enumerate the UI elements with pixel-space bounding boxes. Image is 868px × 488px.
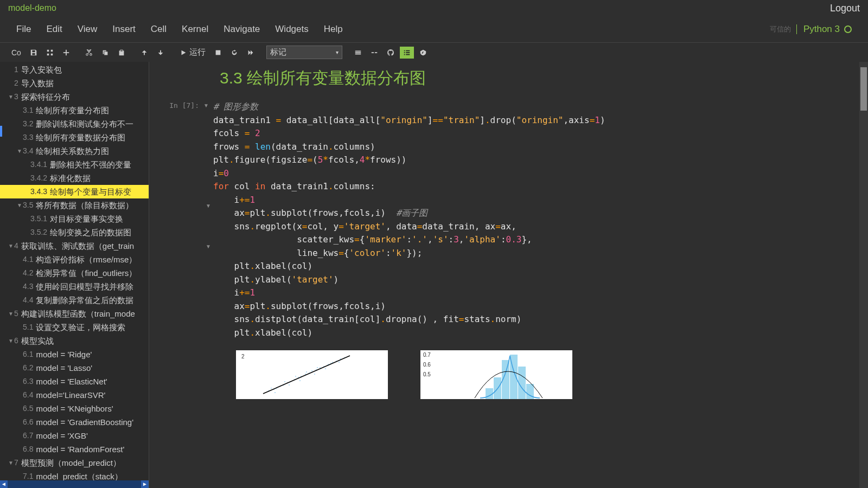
toc-item[interactable]: 3.4.2标准化数据 — [0, 171, 149, 185]
menu-widgets[interactable]: Widgets — [275, 24, 308, 35]
toc-item[interactable]: 4.4复制删除异常值之后的数据 — [0, 293, 149, 307]
notebook-area[interactable]: 3.3 绘制所有变量数据分布图 In [7]: ▼ # 图形参数data_tra… — [149, 62, 868, 488]
github-button[interactable] — [384, 47, 398, 59]
table-of-contents[interactable]: 1导入安装包2导入数据▼3探索特征分布3.1绘制所有变量分布图3.2删除训练和测… — [0, 62, 149, 488]
cell-prompt: In [7]: — [155, 100, 203, 339]
code-line[interactable]: plt.ylabel('target') — [213, 273, 846, 287]
toc-item[interactable]: 3.5.2绘制变换之后的数据图 — [0, 226, 149, 239]
toc-item[interactable]: 6.1model = 'Ridge' — [0, 348, 149, 361]
toc-item[interactable]: ▼3探索特征分布 — [0, 90, 149, 104]
run-button[interactable]: 运行 — [176, 45, 209, 60]
add-cell-button[interactable] — [59, 47, 73, 59]
fold-caret-icon[interactable]: ▼ — [206, 203, 211, 209]
toc-item[interactable]: ▼4获取训练、测试数据（get_train — [0, 239, 149, 253]
toc-item[interactable]: 3.5.1对目标变量事实变换 — [0, 212, 149, 226]
toc-text: model = 'Lasso' — [36, 362, 92, 374]
toc-item[interactable]: 3.2删除训练和测试集分布不一 — [0, 117, 149, 131]
toc-item[interactable]: 3.3绘制所有变量数据分布图 — [0, 131, 149, 144]
code-line[interactable]: ax=plt.subplot(frows,fcols,i) — [213, 300, 846, 313]
toc-item[interactable]: 4.2检测异常值（find_outliers） — [0, 266, 149, 280]
toc-item[interactable]: ▼6模型实战 — [0, 334, 149, 348]
toc-num: 3.4.3 — [30, 186, 47, 197]
code-line[interactable]: fcols = 2 — [213, 127, 846, 140]
code-cell[interactable]: In [7]: ▼ # 图形参数data_train1 = data_all[d… — [155, 100, 846, 339]
vertical-scrollbar[interactable] — [859, 62, 868, 488]
copy-button[interactable] — [98, 47, 112, 59]
toc-item[interactable]: 2导入数据 — [0, 76, 149, 90]
toc-item[interactable]: ▼3.5将所有数据（除目标数据） — [0, 198, 149, 212]
toc-item[interactable]: 6.8model = 'RandomForest' — [0, 442, 149, 456]
toc-item[interactable]: ▼7模型预测（model_predict） — [0, 456, 149, 470]
toc-text: 获取训练、测试数据（get_train — [21, 240, 134, 252]
cut-button[interactable] — [82, 47, 96, 59]
toc-num: 5.1 — [23, 322, 33, 333]
toc-item[interactable]: 6.2model = 'Lasso' — [0, 361, 149, 375]
toc-item[interactable]: 6.6model = 'GradientBoosting' — [0, 415, 149, 429]
toc-item[interactable]: ▼3.4绘制相关系数热力图 — [0, 144, 149, 158]
toc-text: 删除相关性不强的变量 — [50, 159, 131, 170]
code-line[interactable]: for col in data_train1.columns: — [213, 180, 846, 194]
command-palette-button[interactable] — [351, 47, 365, 59]
code-line[interactable]: sns.distplot(data_train[col].dropna() , … — [213, 313, 846, 326]
cell-type-select[interactable]: 标记 ▾ — [266, 46, 342, 59]
code-line[interactable]: ax=plt.subplot(frows,fcols,i) #画子图 — [213, 207, 846, 220]
caret-icon: ▼ — [8, 91, 14, 102]
toc-num: 5 — [14, 308, 18, 319]
move-up-button[interactable] — [137, 47, 151, 59]
toc-item[interactable]: 6.5model = 'KNeighbors' — [0, 402, 149, 415]
scrollbar-thumb[interactable] — [860, 67, 867, 111]
toc-item[interactable]: 6.4model='LinearSVR' — [0, 388, 149, 402]
code-line[interactable]: line_kws={'color':'k'}); — [213, 247, 846, 260]
logout-link[interactable]: Logout — [830, 3, 860, 14]
toc-item[interactable]: 3.4.3绘制每个变量与目标变 — [0, 185, 149, 198]
save-button[interactable] — [27, 47, 41, 59]
menu-cell[interactable]: Cell — [151, 24, 167, 35]
toc-num: 3.4 — [23, 145, 33, 157]
stop-button[interactable] — [211, 47, 225, 59]
menu-navigate[interactable]: Navigate — [224, 24, 260, 35]
code-line[interactable]: plt.xlabel(col) — [213, 326, 846, 340]
variable-inspector-button[interactable] — [416, 47, 430, 59]
checkpoint-button[interactable] — [43, 47, 57, 59]
code-line[interactable]: scatter_kws={'marker':'.','s':3,'alpha':… — [213, 233, 846, 247]
fold-caret-icon[interactable]: ▼ — [206, 243, 211, 249]
menu-insert[interactable]: Insert — [112, 24, 136, 35]
toc-item[interactable]: 4.3使用岭回归模型寻找并移除 — [0, 280, 149, 293]
fold-caret-icon[interactable]: ▼ — [203, 100, 213, 339]
toc-num: 6.7 — [23, 430, 33, 441]
code-line[interactable]: plt.figure(figsize=(5*fcols,4*frows)) — [213, 153, 846, 167]
toc-item[interactable]: 5.1设置交叉验证，网格搜索 — [0, 320, 149, 334]
menu-kernel[interactable]: Kernel — [182, 24, 208, 35]
toc-item[interactable]: 4.1构造评价指标（rmse/mse） — [0, 253, 149, 266]
code-line[interactable]: sns.regplot(x=col, y='target', data=data… — [213, 220, 846, 234]
menu-edit[interactable]: Edit — [46, 24, 62, 35]
code-line[interactable]: i=0 — [213, 167, 846, 181]
toc-item[interactable]: 3.1绘制所有变量分布图 — [0, 104, 149, 117]
toc-item[interactable]: ▼5构建训练模型函数（train_mode — [0, 307, 149, 320]
toc-item[interactable]: 3.4.1删除相关性不强的变量 — [0, 158, 149, 171]
restart-run-all-button[interactable] — [244, 47, 258, 59]
notebook-logo[interactable]: model-demo — [8, 3, 56, 13]
menu-view[interactable]: View — [78, 24, 98, 35]
code-line[interactable]: data_train1 = data_all[data_all["oringin… — [213, 114, 846, 127]
code-line[interactable]: i+=1 — [213, 286, 846, 300]
code-line[interactable]: # 图形参数 — [213, 100, 846, 114]
menu-file[interactable]: File — [16, 24, 31, 35]
horizontal-scrollbar[interactable]: ◄► — [0, 480, 149, 488]
scroll-right-icon[interactable]: ► — [141, 480, 149, 488]
snippets-button[interactable] — [367, 47, 381, 59]
menu-help[interactable]: Help — [324, 24, 343, 35]
toc-item[interactable]: 6.7model = 'XGB' — [0, 429, 149, 442]
toc-item[interactable]: 1导入安装包 — [0, 63, 149, 76]
toc-item[interactable]: 6.3model = 'ElasticNet' — [0, 375, 149, 388]
kernel-name[interactable]: Python 3 — [803, 24, 852, 35]
restart-button[interactable] — [227, 47, 241, 59]
scroll-left-icon[interactable]: ◄ — [0, 480, 8, 488]
toc-toggle-button[interactable] — [400, 47, 414, 59]
code-line[interactable]: frows = len(data_train.columns) — [213, 140, 846, 154]
svg-point-11 — [305, 374, 306, 375]
code-line[interactable]: plt.xlabel(col) — [213, 260, 846, 273]
paste-button[interactable] — [114, 47, 129, 59]
move-down-button[interactable] — [154, 47, 168, 59]
code-line[interactable]: i+=1 — [213, 194, 846, 207]
